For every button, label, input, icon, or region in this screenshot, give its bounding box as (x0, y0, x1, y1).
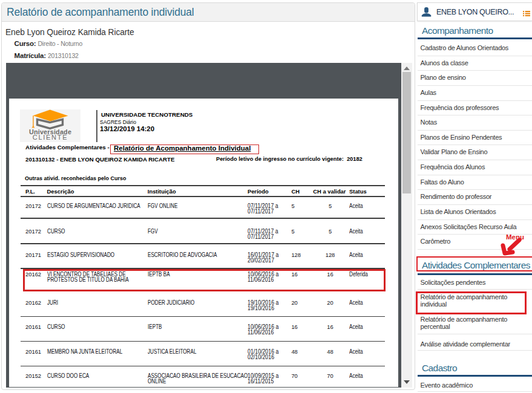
svg-text:CLIENTE: CLIENTE (33, 134, 68, 141)
